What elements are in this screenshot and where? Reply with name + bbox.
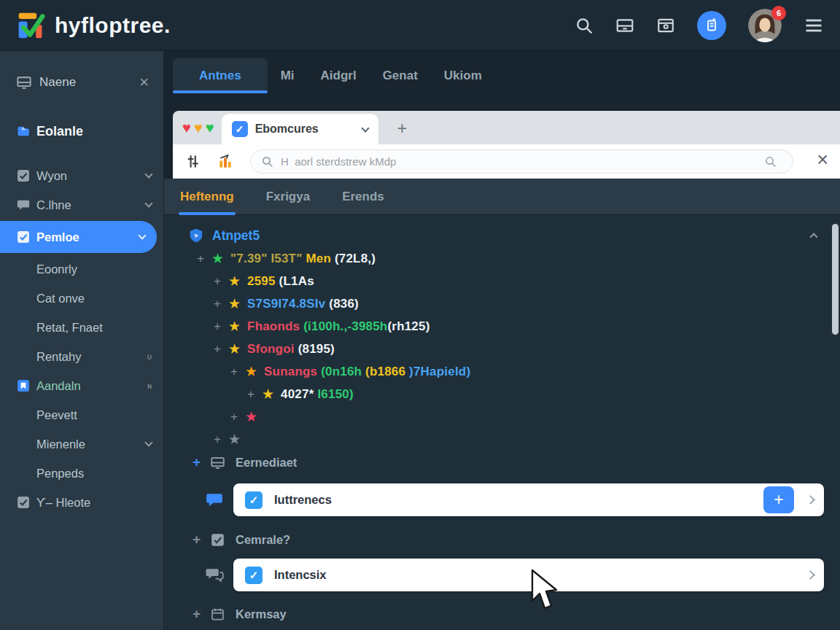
calendar-icon bbox=[210, 607, 225, 622]
search-submit-icon[interactable] bbox=[764, 155, 777, 168]
tab-aidgrl[interactable]: Aidgrl bbox=[308, 58, 370, 93]
subtab-erends[interactable]: Erends bbox=[342, 179, 384, 215]
sidebar-item-trailing: ʊ bbox=[147, 352, 152, 361]
tab-ukiom[interactable]: Ukiom bbox=[431, 58, 495, 93]
tree-root-row[interactable]: Atnpet5 bbox=[164, 215, 840, 247]
tree-group-label[interactable]: Cemrale? bbox=[236, 533, 290, 547]
expand-plus-icon[interactable]: + bbox=[197, 252, 211, 266]
browser-chrome: ♥♥♥ ✓ Ebomcures + bbox=[173, 111, 840, 179]
star-icon[interactable]: ★ bbox=[245, 365, 257, 378]
sidebar-item-eoonrly[interactable]: Eoonrly bbox=[0, 254, 163, 284]
sidebar-item-penpeds[interactable]: Penpeds bbox=[0, 459, 163, 488]
tree-row-label[interactable]: 2595 (L1As bbox=[247, 274, 314, 289]
sidebar-item-hleote[interactable]: Ƴ– Hleote bbox=[0, 488, 163, 517]
sidebar-item-c-lhne[interactable]: C.lhne bbox=[0, 190, 163, 219]
search-icon[interactable] bbox=[575, 16, 594, 35]
expand-plus-icon[interactable]: + bbox=[247, 387, 262, 402]
tab-favicon-icon: ✓ bbox=[232, 121, 248, 137]
sidebar-item-label: Penpeds bbox=[36, 467, 152, 481]
star-icon[interactable]: ★ bbox=[245, 410, 257, 424]
tree-rows: +★"7.39" I53T" Men (72L8,)+★2595 (L1As+★… bbox=[164, 247, 840, 451]
sidebar: Naene × EolanleWyonC.lhnePemloeEoonrlyCa… bbox=[0, 51, 164, 630]
tree-group-label[interactable]: Eernediaet bbox=[236, 456, 297, 470]
label-segment: 4027* bbox=[281, 387, 317, 401]
chart-icon[interactable] bbox=[217, 153, 234, 170]
sidebar-item-pemloe[interactable]: Pemloe bbox=[0, 221, 157, 253]
chevron-down-icon[interactable] bbox=[144, 199, 152, 207]
star-icon[interactable]: ★ bbox=[228, 319, 241, 333]
sidebar-item-label: Eolanle bbox=[36, 124, 152, 139]
chevron-right-icon[interactable] bbox=[806, 495, 815, 505]
tree-row-label[interactable]: "7.39" I53T" Men (72L8,) bbox=[230, 252, 376, 266]
close-icon[interactable]: × bbox=[139, 74, 149, 90]
heart-icon[interactable]: ♥ bbox=[182, 120, 191, 135]
tree-row-label[interactable]: S7S9I74.8SIv (836) bbox=[247, 297, 359, 311]
sidebar-item-aandaln[interactable]: Aandalnɴ bbox=[0, 371, 163, 400]
expand-plus-icon[interactable]: + bbox=[192, 532, 210, 548]
chevron-down-icon[interactable] bbox=[144, 438, 152, 446]
tree-root-label[interactable]: Atnpet5 bbox=[212, 228, 260, 244]
checkbox-checked-icon[interactable]: ✓ bbox=[245, 567, 262, 584]
expand-plus-icon[interactable]: + bbox=[192, 454, 210, 470]
heart-icon[interactable]: ♥ bbox=[206, 120, 214, 135]
chevron-down-icon[interactable] bbox=[361, 124, 369, 132]
chevron-down-icon[interactable] bbox=[138, 231, 146, 239]
sidebar-item-rentahy[interactable]: Rentahyʊ bbox=[0, 342, 163, 371]
star-icon[interactable]: ★ bbox=[228, 342, 241, 356]
subtab-fxrigya[interactable]: Fxrigya bbox=[266, 179, 310, 215]
tab-antnes[interactable]: Antnes bbox=[173, 58, 268, 93]
scrollbar-thumb[interactable] bbox=[832, 224, 839, 335]
expand-plus-icon[interactable]: + bbox=[214, 342, 228, 357]
tree-row-label[interactable]: Sfongoi (8195) bbox=[247, 342, 335, 357]
menu-icon[interactable] bbox=[804, 15, 824, 36]
tree-card-iuttrenecs[interactable]: ✓Iuttrenecs+ bbox=[233, 483, 824, 516]
star-icon[interactable]: ★ bbox=[262, 387, 274, 401]
chevron-right-icon[interactable] bbox=[806, 570, 815, 580]
tree-card-intencsix[interactable]: ✓Intencsix bbox=[233, 559, 824, 591]
sidebar-item-eolanle[interactable]: Eolanle bbox=[0, 117, 163, 146]
subtab-heftenng[interactable]: Heftenng bbox=[180, 179, 234, 215]
archive-icon[interactable] bbox=[656, 16, 675, 35]
sliders-icon[interactable] bbox=[184, 153, 201, 170]
main-area: AntnesMiAidgrlGenatUkiom ♥♥♥ ✓ Ebomcures… bbox=[164, 51, 840, 630]
star-icon[interactable]: ★ bbox=[228, 297, 241, 311]
tree-row-label[interactable]: Fhaonds (i100h.,-3985h(rh125) bbox=[247, 319, 430, 334]
expand-plus-icon[interactable]: + bbox=[230, 410, 245, 424]
star-icon[interactable]: ★ bbox=[228, 432, 241, 446]
sidebar-item-label: Peevett bbox=[36, 408, 152, 422]
sidebar-item-label: Mienenle bbox=[36, 438, 140, 451]
add-button[interactable]: + bbox=[763, 486, 794, 513]
browser-tab[interactable]: ✓ Ebomcures bbox=[222, 114, 378, 144]
assistant-button[interactable] bbox=[697, 11, 726, 40]
inbox-icon[interactable] bbox=[615, 16, 634, 35]
expand-plus-icon[interactable]: + bbox=[214, 319, 228, 334]
flag-blue-icon bbox=[16, 378, 31, 393]
label-segment: (rh125) bbox=[387, 319, 429, 333]
search-input[interactable] bbox=[281, 155, 763, 168]
sidebar-item-mienenle[interactable]: Mienenle bbox=[0, 429, 163, 459]
star-icon[interactable]: ★ bbox=[211, 252, 224, 265]
sidebar-item-retat-fnaet[interactable]: Retat, Fnaet bbox=[0, 313, 163, 342]
tree-row-label[interactable]: Sunangs (0n16h (b1866 )7Hapield) bbox=[264, 365, 470, 379]
expand-plus-icon[interactable]: + bbox=[214, 274, 228, 289]
expand-plus-icon[interactable]: + bbox=[192, 606, 210, 622]
close-icon[interactable]: × bbox=[817, 150, 828, 170]
tab-mi[interactable]: Mi bbox=[268, 58, 308, 93]
tree-row-label[interactable]: 4027* I6150) bbox=[281, 387, 354, 402]
new-tab-button[interactable]: + bbox=[397, 119, 407, 139]
expand-plus-icon[interactable]: + bbox=[214, 297, 228, 311]
expand-plus-icon[interactable]: + bbox=[214, 432, 228, 447]
checkbox-checked-icon[interactable]: ✓ bbox=[245, 491, 262, 509]
tree-group-label[interactable]: Kermsay bbox=[236, 607, 287, 621]
star-icon[interactable]: ★ bbox=[228, 274, 241, 288]
expand-plus-icon[interactable]: + bbox=[230, 365, 245, 379]
sidebar-item-cat-onve[interactable]: Cat onve bbox=[0, 284, 163, 313]
label-segment: Fhaonds bbox=[247, 319, 303, 333]
sidebar-item-peevett[interactable]: Peevett bbox=[0, 400, 163, 429]
sidebar-item-label: Cat onve bbox=[36, 292, 152, 306]
heart-icon[interactable]: ♥ bbox=[194, 120, 203, 135]
avatar[interactable]: 6 bbox=[748, 9, 782, 42]
chevron-down-icon[interactable] bbox=[144, 170, 152, 178]
sidebar-item-wyon[interactable]: Wyon bbox=[0, 161, 163, 190]
tab-genat[interactable]: Genat bbox=[370, 58, 431, 93]
